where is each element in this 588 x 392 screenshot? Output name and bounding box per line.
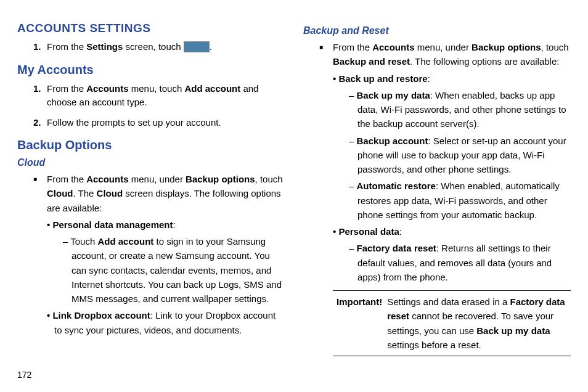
item-content: From the Accounts menu, under Backup opt… bbox=[333, 40, 571, 356]
pd-sublist: Factory data reset: Returns all settings… bbox=[349, 241, 571, 284]
cloud-options: Personal data management: Touch Add acco… bbox=[47, 218, 285, 337]
list-item: Personal data: Factory data reset: Retur… bbox=[333, 224, 571, 284]
pdm-sublist: Touch Add account to sign in to your Sam… bbox=[63, 234, 285, 306]
subheading-cloud: Cloud bbox=[17, 157, 285, 168]
heading-backup-options: Backup Options bbox=[17, 138, 285, 152]
heading-accounts-settings: ACCOUNTS SETTINGS bbox=[17, 22, 285, 35]
square-bullet-icon: ■ bbox=[33, 172, 47, 340]
square-bullet-icon: ■ bbox=[319, 40, 333, 356]
left-column: ACCOUNTS SETTINGS 1. From the Settings s… bbox=[17, 22, 285, 362]
page-number: 172 bbox=[17, 370, 31, 380]
list-item: ■ From the Accounts menu, under Backup o… bbox=[319, 40, 571, 356]
item-content: From the Accounts menu, under Backup opt… bbox=[47, 172, 285, 340]
list-item: 1. From the Settings screen, touch . bbox=[33, 40, 285, 54]
list-item: Factory data reset: Returns all settings… bbox=[349, 241, 571, 284]
two-column-layout: ACCOUNTS SETTINGS 1. From the Settings s… bbox=[17, 22, 571, 362]
list-item: Backup account: Select or set-up an acco… bbox=[349, 134, 571, 177]
my-accounts-steps: 1. From the Accounts menu, touch Add acc… bbox=[33, 82, 285, 130]
list-item: 2. Follow the prompts to set up your acc… bbox=[33, 116, 285, 130]
backup-reset-list: ■ From the Accounts menu, under Backup o… bbox=[319, 40, 571, 356]
accounts-settings-steps: 1. From the Settings screen, touch . bbox=[33, 40, 285, 54]
subheading-backup-reset: Backup and Reset bbox=[303, 25, 571, 36]
step-text: From the Settings screen, touch . bbox=[47, 40, 212, 54]
list-item: Touch Add account to sign in to your Sam… bbox=[63, 234, 285, 306]
list-item: 1. From the Accounts menu, touch Add acc… bbox=[33, 82, 285, 110]
list-item: Link Dropbox account: Link to your Dropb… bbox=[47, 308, 285, 337]
step-number: 1. bbox=[33, 40, 47, 54]
step-number: 2. bbox=[33, 116, 47, 130]
heading-my-accounts: My Accounts bbox=[17, 63, 285, 77]
step-text: Follow the prompts to set up your accoun… bbox=[47, 116, 221, 130]
cloud-list: ■ From the Accounts menu, under Backup o… bbox=[33, 172, 285, 340]
important-callout: Important! Settings and data erased in a… bbox=[333, 290, 571, 356]
list-item: ■ From the Accounts menu, under Backup o… bbox=[33, 172, 285, 340]
important-label: Important! bbox=[334, 295, 387, 352]
list-item: Automatic restore: When enabled, automat… bbox=[349, 179, 571, 222]
bur-sublist: Back up my data: When enabled, backs up … bbox=[349, 88, 571, 222]
accounts-icon bbox=[184, 41, 210, 52]
list-item: Back up and restore: Back up my data: Wh… bbox=[333, 71, 571, 223]
step-number: 1. bbox=[33, 82, 47, 110]
list-item: Personal data management: Touch Add acco… bbox=[47, 218, 285, 306]
step-text: From the Accounts menu, touch Add accoun… bbox=[47, 82, 285, 110]
bar-options: Back up and restore: Back up my data: Wh… bbox=[333, 71, 571, 285]
list-item: Back up my data: When enabled, backs up … bbox=[349, 88, 571, 131]
right-column: Backup and Reset ■ From the Accounts men… bbox=[303, 22, 571, 362]
important-text: Settings and data erased in a Factory da… bbox=[387, 295, 570, 352]
